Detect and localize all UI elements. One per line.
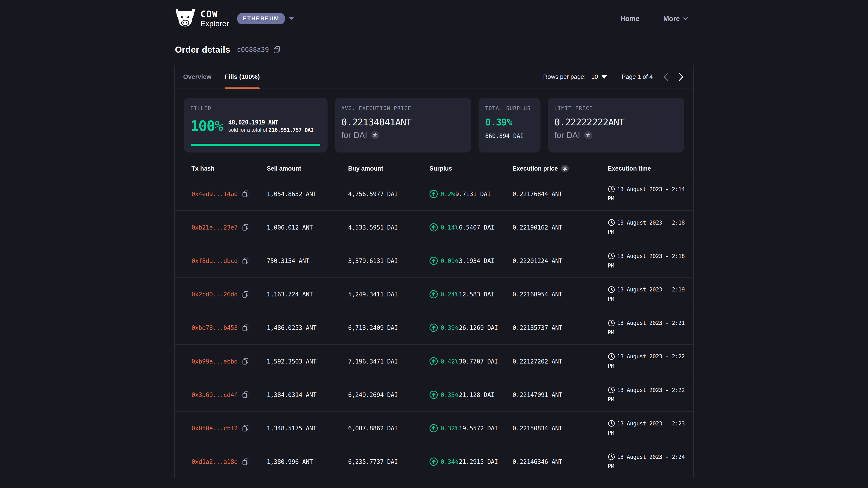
sell-amount-cell: 1,054.8632 ANT xyxy=(267,191,348,197)
clock-icon xyxy=(608,420,615,427)
surplus-amount: 12.583 DAI xyxy=(459,291,494,298)
limit-price-card: LIMIT PRICE 0.22222222ANT for DAI xyxy=(548,98,684,153)
tx-hash-link[interactable]: 0x2cd0...26dd xyxy=(191,291,238,298)
total-surplus-amount: 860.894 DAI xyxy=(485,133,534,139)
tx-hash-cell: 0x4ed9...14a0 xyxy=(191,190,267,197)
swap-arrows-icon[interactable] xyxy=(371,131,379,139)
execution-price-cell: 0.22147091 ANT xyxy=(513,391,608,398)
arrow-up-circle-icon xyxy=(430,457,438,466)
tx-hash-cell: 0xbe78...b453 xyxy=(191,324,267,331)
filled-progress-bar xyxy=(191,144,320,146)
col-execution-price: Execution price xyxy=(513,165,608,172)
arrow-up-circle-icon xyxy=(430,190,438,198)
surplus-percent: 0.34% xyxy=(440,458,458,465)
sell-amount-cell: 1,592.3503 ANT xyxy=(267,358,348,365)
page-status: Page 1 of 4 xyxy=(622,73,653,80)
table-row: 0x4ed9...14a0 1,054.8632 ANT 4,756.5977 … xyxy=(175,177,693,210)
copy-icon[interactable] xyxy=(242,358,249,365)
buy-amount-cell: 4,756.5977 DAI xyxy=(348,191,430,197)
copy-icon[interactable] xyxy=(242,458,249,465)
copy-icon[interactable] xyxy=(273,46,281,54)
avg-execution-price-card: AVG. EXECUTION PRICE 0.22134041ANT for D… xyxy=(335,98,471,153)
top-bar: COW Explorer ETHEREUM Home More xyxy=(0,0,868,37)
network-selector[interactable]: ETHEREUM xyxy=(237,13,294,24)
execution-price-cell: 0.22176844 ANT xyxy=(513,191,608,197)
tabs: Overview Fills (100%) xyxy=(183,65,260,89)
arrow-up-circle-icon xyxy=(430,357,438,365)
surplus-amount: 30.7707 DAI xyxy=(459,358,498,365)
execution-price-cell: 0.22168954 ANT xyxy=(513,291,608,298)
tx-hash-link[interactable]: 0xd1a2...a18e xyxy=(191,458,238,465)
sell-amount-cell: 1,163.724 ANT xyxy=(267,291,348,298)
copy-icon[interactable] xyxy=(242,424,249,432)
chevron-down-icon xyxy=(683,15,688,20)
previous-page-button[interactable] xyxy=(663,73,668,81)
surplus-percent: 0.39% xyxy=(440,324,458,331)
copy-icon[interactable] xyxy=(242,324,249,331)
copy-icon[interactable] xyxy=(242,224,249,231)
surplus-cell: 0.34% 21.2915 DAI xyxy=(430,457,513,466)
order-id: c0688a39 xyxy=(237,46,269,54)
copy-icon[interactable] xyxy=(242,391,249,398)
surplus-cell: 0.2% 9.7131 DAI xyxy=(430,190,513,198)
buy-amount-cell: 6,713.2409 DAI xyxy=(348,324,430,331)
limit-price-value: 0.22222222ANT xyxy=(554,117,678,128)
copy-icon[interactable] xyxy=(242,190,249,197)
execution-time-cell: 13 August 2023 - 2:22 PM xyxy=(608,352,691,370)
logo-text: COW Explorer xyxy=(200,10,229,27)
surplus-amount: 9.7131 DAI xyxy=(455,191,491,197)
col-sell-amount: Sell amount xyxy=(267,165,348,172)
nav-more[interactable]: More xyxy=(663,15,686,23)
clock-icon xyxy=(608,453,615,460)
surplus-cell: 0.14% 6.5407 DAI xyxy=(430,223,513,232)
next-page-button[interactable] xyxy=(679,73,684,81)
surplus-amount: 21.128 DAI xyxy=(459,391,494,398)
surplus-percent: 0.42% xyxy=(440,358,458,365)
nav-home[interactable]: Home xyxy=(620,15,640,23)
execution-time-text: 13 August 2023 - 2:22 PM xyxy=(608,353,685,369)
nav-more-label: More xyxy=(663,15,680,23)
swap-arrows-icon[interactable] xyxy=(561,165,569,172)
surplus-amount: 26.1269 DAI xyxy=(459,324,498,331)
limit-price-label: LIMIT PRICE xyxy=(554,105,678,111)
buy-amount-cell: 4,533.5951 DAI xyxy=(348,224,430,231)
tx-hash-cell: 0xd1a2...a18e xyxy=(191,458,267,465)
tab-fills[interactable]: Fills (100%) xyxy=(225,65,260,89)
buy-amount-cell: 7,196.3471 DAI xyxy=(348,358,430,365)
logo-subtitle: Explorer xyxy=(200,20,229,27)
arrow-up-circle-icon xyxy=(430,223,438,232)
avg-execution-price-label: AVG. EXECUTION PRICE xyxy=(341,105,465,111)
swap-arrows-icon[interactable] xyxy=(584,131,592,139)
network-badge[interactable]: ETHEREUM xyxy=(237,13,285,24)
table-row: 0xb21e...23e7 1,006.012 ANT 4,533.5951 D… xyxy=(175,210,693,244)
table-row: 0xd1a2...a18e 1,380.996 ANT 6,235.7737 D… xyxy=(175,445,693,478)
filled-sold-prefix: sold for a total of xyxy=(228,127,269,133)
surplus-percent: 0.33% xyxy=(440,391,458,398)
page-title: Order details xyxy=(175,45,230,55)
table-row: 0xb99a...ebbd 1,592.3503 ANT 7,196.3471 … xyxy=(175,344,693,378)
surplus-cell: 0.32% 19.5572 DAI xyxy=(430,424,513,432)
rows-per-page-select[interactable]: 10 xyxy=(591,73,608,80)
execution-time-cell: 13 August 2023 - 2:14 PM xyxy=(608,185,691,203)
logo[interactable]: COW Explorer xyxy=(175,8,229,29)
tx-hash-link[interactable]: 0x050e...cbf2 xyxy=(191,425,238,432)
tx-hash-link[interactable]: 0xf8da...dbcd xyxy=(191,257,238,264)
execution-time-text: 13 August 2023 - 2:18 PM xyxy=(608,253,685,269)
col-execution-price-label: Execution price xyxy=(513,165,558,172)
execution-price-cell: 0.22150834 ANT xyxy=(513,425,608,432)
surplus-cell: 0.42% 30.7707 DAI xyxy=(430,357,513,365)
tx-hash-link[interactable]: 0xb99a...ebbd xyxy=(191,358,238,365)
filled-sold-total: 216,951.757 DAI xyxy=(269,127,313,133)
filled-label: FILLED xyxy=(190,105,321,111)
surplus-amount: 21.2915 DAI xyxy=(459,458,498,465)
tx-hash-link[interactable]: 0xb21e...23e7 xyxy=(191,224,238,231)
tab-overview[interactable]: Overview xyxy=(183,65,211,89)
copy-icon[interactable] xyxy=(242,257,249,265)
table-row: 0x3a69...cd4f 1,384.0314 ANT 6,249.2694 … xyxy=(175,378,693,411)
tx-hash-link[interactable]: 0x4ed9...14a0 xyxy=(191,191,238,197)
execution-time-text: 13 August 2023 - 2:24 PM xyxy=(608,454,685,470)
tx-hash-link[interactable]: 0x3a69...cd4f xyxy=(191,391,238,398)
surplus-percent: 0.32% xyxy=(440,425,458,432)
copy-icon[interactable] xyxy=(242,291,249,298)
tx-hash-link[interactable]: 0xbe78...b453 xyxy=(191,324,238,331)
